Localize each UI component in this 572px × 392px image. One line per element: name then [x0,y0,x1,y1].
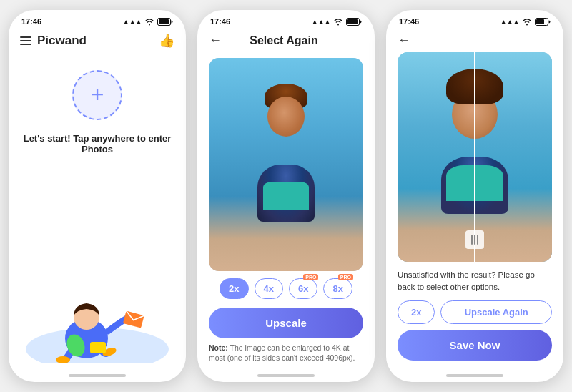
plus-icon: + [91,83,104,106]
signal-icon: ▲▲▲ [122,18,142,26]
wifi-icon [144,18,154,26]
scale-2x-btn[interactable]: 2x [220,278,248,299]
phone3-main: Unsatisfied with the result? Please go b… [386,52,563,369]
scale-8x-btn[interactable]: 8x PRO [323,278,352,299]
photo-shirt [263,182,309,210]
svg-rect-11 [347,19,358,24]
app-header-2: ← Select Again [197,29,375,52]
home-bar [69,374,126,377]
upscale-button[interactable]: Upscale [209,308,363,338]
handle-line-3 [477,235,478,245]
phone-3: 17:46 ▲▲▲ ← [386,10,563,382]
split-handle[interactable] [465,230,484,249]
pro-badge-6x: PRO [303,274,318,280]
wifi-icon-3 [522,18,532,26]
photo-frame-2 [209,58,363,271]
battery-icon-3 [535,18,551,26]
time-2: 17:46 [210,17,230,26]
scale-2x-btn-3[interactable]: 2x [398,300,435,324]
status-bar-1: 17:46 ▲▲▲ [9,10,186,29]
upscale-again-button[interactable]: Upscale Again [440,300,552,324]
photo-head [267,97,305,137]
wifi-icon-2 [333,18,343,26]
status-icons-2: ▲▲▲ [311,18,362,26]
phone3-actions: 2x Upscale Again [398,300,552,324]
menu-button[interactable] [20,36,31,45]
phone3-bottom: Unsatisfied with the result? Please go b… [386,262,563,370]
home-indicator-2 [197,369,375,382]
app-header-1: Picwand 👍 [9,29,186,53]
split-photo [398,52,552,262]
battery-icon-2 [346,18,362,26]
status-bar-2: 17:46 ▲▲▲ [197,10,375,29]
scale-6x-btn[interactable]: 6x PRO [289,278,317,299]
save-now-button[interactable]: Save Now [398,330,552,361]
scale-4x-btn[interactable]: 4x [255,278,283,299]
battery-icon [157,18,173,26]
person-photo [209,58,363,271]
like-icon[interactable]: 👍 [159,33,174,49]
app-title: Picwand [37,34,153,48]
back-button-3[interactable]: ← [398,33,410,48]
svg-rect-9 [90,342,106,353]
svg-point-4 [56,356,70,363]
tap-instruction: Let's start! Tap anywhere to enter Photo… [20,133,174,155]
illustration [20,172,174,369]
time-3: 17:46 [399,17,419,26]
status-bar-3: 17:46 ▲▲▲ [386,10,563,29]
back-button-2[interactable]: ← [209,33,222,48]
pro-badge-8x: PRO [338,274,353,280]
handle-line-2 [474,235,475,245]
page-title-2: Select Again [250,34,317,47]
phone-1: 17:46 ▲▲▲ Picwand 👍 + Let's start! Tap a… [9,10,186,382]
svg-rect-13 [536,19,544,24]
note-content: The image can be enlarged to 4K at most … [209,343,355,363]
photo-container-2: 2x 4x 6x PRO 8x PRO Upscale Note: The im… [197,52,375,369]
illustration-svg [26,270,169,363]
signal-icon-2: ▲▲▲ [311,18,330,26]
handle-line-1 [471,235,473,245]
split-handle-inner [471,235,478,245]
home-indicator-3 [386,369,563,382]
home-bar-3 [446,374,503,377]
home-bar-2 [257,374,315,377]
note-prefix: Note: [209,343,228,352]
phone1-main: + Let's start! Tap anywhere to enter Pho… [9,53,186,369]
add-photos-button[interactable]: + [72,70,122,120]
time-1: 17:46 [21,17,41,26]
unsatisfied-text: Unsatisfied with the result? Please go b… [398,269,552,294]
svg-rect-1 [159,19,169,24]
status-icons-3: ▲▲▲ [500,18,551,26]
status-icons-1: ▲▲▲ [122,18,173,26]
scale-options: 2x 4x 6x PRO 8x PRO [209,271,363,303]
svg-rect-7 [123,310,144,328]
signal-icon-3: ▲▲▲ [500,18,519,26]
phone-2: 17:46 ▲▲▲ ← Select Again [197,10,375,382]
app-header-3: ← [386,29,563,52]
note-area: Note: The image can be enlarged to 4K at… [209,341,363,369]
home-indicator-1 [9,369,186,382]
